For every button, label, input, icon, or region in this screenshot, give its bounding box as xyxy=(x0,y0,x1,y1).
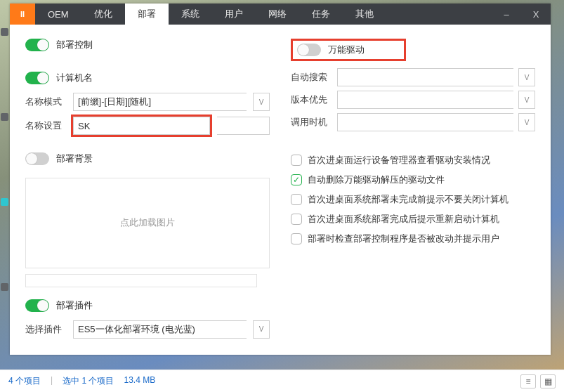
tab-oem[interactable]: OEM xyxy=(35,4,81,25)
side-icon xyxy=(1,28,8,36)
check-restart-prompt[interactable] xyxy=(291,214,302,225)
check-row: 部署时检查部署控制程序是否被改动并提示用户 xyxy=(291,233,535,245)
minimize-button[interactable]: – xyxy=(492,4,521,25)
name-set-label: 名称设置 xyxy=(25,119,66,132)
bg-image-dropzone[interactable]: 点此加载图片 xyxy=(25,178,270,268)
check-row: 首次进桌面系统部署完成后提示重新启动计算机 xyxy=(291,213,535,226)
side-icon xyxy=(1,113,8,121)
check-device-manager[interactable] xyxy=(291,155,302,166)
app-logo[interactable]: II xyxy=(10,4,35,25)
tab-system[interactable]: 系统 xyxy=(169,4,212,25)
deploy-plugin-label: 部署插件 xyxy=(56,299,93,312)
deploy-bg-head: 部署背景 xyxy=(25,152,270,165)
deploy-bg-label: 部署背景 xyxy=(56,152,93,165)
chevron-down-icon[interactable]: V xyxy=(518,91,535,109)
check-tamper-detect[interactable] xyxy=(291,233,302,244)
deploy-bg-toggle[interactable] xyxy=(25,152,49,165)
check-warn-incomplete[interactable] xyxy=(291,194,302,205)
view-details-icon[interactable]: ≡ xyxy=(520,374,536,388)
titlebar: II OEM 优化 部署 系统 用户 网络 任务 其他 – X xyxy=(10,4,551,25)
check-auto-delete-driver[interactable] xyxy=(291,174,302,185)
auto-search-select[interactable] xyxy=(337,68,513,86)
check-row: 首次进桌面运行设备管理器查看驱动安装情况 xyxy=(291,154,535,166)
call-timing-label: 调用时机 xyxy=(291,116,332,129)
right-panel: 万能驱动 自动搜索 V 版本优先 V 调用时机 xyxy=(291,39,535,344)
chevron-down-icon[interactable]: V xyxy=(518,68,535,86)
bg-path-input[interactable] xyxy=(25,274,257,287)
call-timing-select[interactable] xyxy=(337,113,513,131)
name-set-extra-input[interactable] xyxy=(217,117,270,135)
status-selected-count: 选中 1 个项目 xyxy=(63,375,114,387)
app-window: II OEM 优化 部署 系统 用户 网络 任务 其他 – X xyxy=(10,4,551,355)
side-icon xyxy=(1,198,8,206)
check-label: 首次进桌面系统部署完成后提示重新启动计算机 xyxy=(308,213,499,226)
wanneng-driver-toggle[interactable] xyxy=(297,44,321,56)
deploy-control-head: 部署控制 xyxy=(25,39,270,51)
computer-name-head: 计算机名 xyxy=(25,72,270,84)
auto-search-label: 自动搜索 xyxy=(291,71,332,84)
check-row: 首次进桌面系统部署未完成前提示不要关闭计算机 xyxy=(291,193,535,206)
name-set-input[interactable]: SK xyxy=(73,117,210,135)
status-item-count: 4 个项目 xyxy=(8,375,41,387)
wanneng-driver-label: 万能驱动 xyxy=(328,44,365,56)
tab-other[interactable]: 其他 xyxy=(343,4,386,25)
tab-strip: OEM 优化 部署 系统 用户 网络 任务 其他 xyxy=(35,4,386,25)
name-mode-label: 名称模式 xyxy=(25,96,66,108)
plugin-select[interactable]: ES5一体化部署环境 (电光蓝) xyxy=(73,320,247,339)
computer-name-label: 计算机名 xyxy=(56,72,93,84)
check-row: 自动删除万能驱动解压的驱动文件 xyxy=(291,174,535,186)
chevron-down-icon[interactable]: V xyxy=(253,320,270,339)
version-priority-label: 版本优先 xyxy=(291,93,332,106)
status-separator: | xyxy=(51,375,53,387)
check-label: 部署时检查部署控制程序是否被改动并提示用户 xyxy=(308,233,499,245)
desktop-side-icons xyxy=(0,0,9,392)
check-label: 首次进桌面运行设备管理器查看驱动安装情况 xyxy=(308,154,490,166)
chevron-down-icon[interactable]: V xyxy=(518,113,535,131)
window-buttons: – X xyxy=(492,4,551,25)
tab-optimize[interactable]: 优化 xyxy=(81,4,125,25)
check-label: 自动删除万能驱动解压的驱动文件 xyxy=(308,174,445,186)
version-priority-select[interactable] xyxy=(337,91,513,109)
deploy-control-toggle[interactable] xyxy=(25,39,49,51)
deploy-plugin-toggle[interactable] xyxy=(25,299,49,312)
chevron-down-icon[interactable]: V xyxy=(253,93,270,111)
deploy-control-label: 部署控制 xyxy=(56,39,93,51)
wanneng-driver-head: 万能驱动 xyxy=(291,39,406,61)
plugin-select-label: 选择插件 xyxy=(25,323,66,336)
side-icon xyxy=(1,283,8,291)
check-label: 首次进桌面系统部署未完成前提示不要关闭计算机 xyxy=(308,193,509,206)
tab-tasks[interactable]: 任务 xyxy=(299,4,343,25)
deploy-plugin-head: 部署插件 xyxy=(25,299,270,312)
tab-user[interactable]: 用户 xyxy=(212,4,256,25)
tab-deploy[interactable]: 部署 xyxy=(125,4,169,25)
view-large-icons-icon[interactable]: ▦ xyxy=(540,374,556,388)
explorer-status-bar: 4 个项目 | 选中 1 个项目 13.4 MB ≡ ▦ xyxy=(0,370,564,392)
name-mode-select[interactable]: [前缀]-[日期][随机] xyxy=(73,93,247,111)
left-panel: 部署控制 计算机名 名称模式 [前缀]-[日期][随机] V 名称设置 xyxy=(25,39,270,344)
close-button[interactable]: X xyxy=(521,4,551,25)
computer-name-toggle[interactable] xyxy=(25,72,49,84)
tab-network[interactable]: 网络 xyxy=(256,4,299,25)
status-selected-size: 13.4 MB xyxy=(124,375,155,387)
